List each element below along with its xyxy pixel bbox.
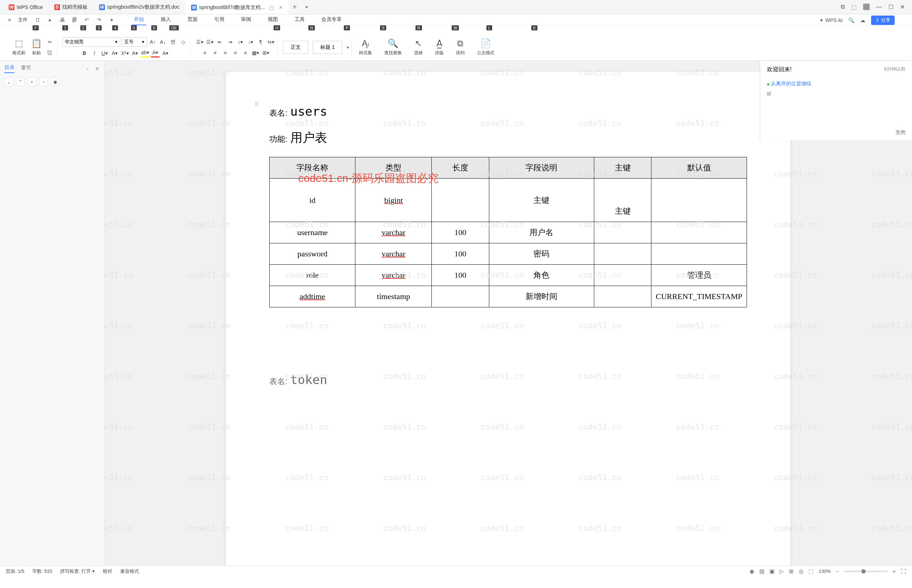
app-tab-wps[interactable]: W WPS Office	[3, 0, 49, 14]
align-right-icon[interactable]: ≡	[221, 48, 230, 57]
shading-icon[interactable]: ▦▾	[251, 48, 260, 57]
ribbon-tab-page[interactable]: 页面	[182, 14, 202, 25]
side-tab-outline[interactable]: 目录	[4, 65, 15, 73]
welcome-close-button[interactable]: 关闭	[895, 129, 906, 136]
underline-icon[interactable]: U▾	[100, 49, 109, 58]
align-center-icon[interactable]: ≡	[211, 48, 219, 57]
zoom-in-icon[interactable]: +	[893, 568, 896, 574]
collapse-up-button[interactable]: ⌃	[16, 78, 24, 86]
fullscreen-icon[interactable]: ⛶	[901, 568, 906, 574]
add-tab-button[interactable]: +	[288, 3, 301, 11]
add-item-button[interactable]: +	[28, 78, 36, 86]
app-tab-doc1[interactable]: W springbootf8m2v数据库文档.doc	[93, 0, 185, 14]
ribbon-tab-member[interactable]: 会员专享	[316, 14, 347, 25]
print-preview-icon[interactable]: 🗐	[71, 17, 78, 23]
highlight-icon[interactable]: ab▾	[141, 49, 149, 58]
tab-icon[interactable]: ⇆▾	[266, 37, 275, 46]
remove-item-button[interactable]: −	[39, 78, 48, 86]
ribbon-tab-tool[interactable]: 工具	[290, 14, 310, 25]
select-button[interactable]: ↖选择	[412, 37, 425, 58]
close-icon[interactable]: ×	[279, 4, 282, 11]
cube-icon[interactable]: ⬚	[851, 3, 857, 10]
close-panel-icon[interactable]: ✕	[95, 66, 99, 72]
side-tab-chapter[interactable]: 章节	[21, 65, 31, 73]
style-h1-button[interactable]: 标题 1	[313, 41, 342, 54]
ribbon-tab-start[interactable]: 开始	[129, 14, 149, 25]
strike-icon[interactable]: A▾	[110, 49, 119, 58]
ribbon-tab-review[interactable]: 审阅	[236, 14, 256, 25]
superscript-icon[interactable]: X²▾	[120, 49, 129, 58]
wps-ai-button[interactable]: ✦ WPS AI	[820, 17, 842, 23]
share-button[interactable]: ⇪ 分享	[871, 16, 895, 25]
nav-icon[interactable]: ◎	[799, 568, 803, 575]
font-grow-icon[interactable]: A↑	[148, 37, 157, 46]
avatar-icon[interactable]	[863, 3, 870, 10]
resume-link[interactable]: 从离开的位置继续	[767, 81, 906, 87]
screen-icon[interactable]: ⬚	[808, 568, 813, 575]
copy-icon[interactable]: ⿻	[45, 48, 54, 57]
eye-icon[interactable]: ◉	[750, 568, 754, 575]
font-color-icon[interactable]: A▾	[151, 49, 160, 58]
multi-window-icon[interactable]: ⧉	[841, 3, 845, 10]
style-text-button[interactable]: 正文	[283, 41, 308, 54]
zoom-slider[interactable]	[844, 571, 888, 572]
indent-icon[interactable]: ⇥	[226, 37, 235, 46]
style-set-button[interactable]: Ąᵢ样式集	[357, 37, 374, 58]
number-list-icon[interactable]: ☰▾	[206, 37, 214, 46]
status-page[interactable]: 页面: 1/5	[6, 568, 24, 575]
font-shrink-icon[interactable]: A↓	[159, 37, 167, 46]
arrange-button[interactable]: ⧉排列	[454, 37, 467, 58]
page-view-icon[interactable]: ▤	[759, 568, 765, 575]
search-icon[interactable]: 🔍	[848, 17, 854, 23]
paste-button[interactable]: 📋 粘贴	[29, 37, 44, 58]
char-border-icon[interactable]: A▾	[161, 49, 170, 58]
read-view-icon[interactable]: ▣	[769, 568, 774, 575]
sort-icon[interactable]: ↓▾	[246, 37, 255, 46]
eye-button[interactable]: ◉	[51, 78, 59, 86]
cut-icon[interactable]: ✂	[45, 37, 54, 46]
arrow-icon[interactable]: ▸	[46, 17, 53, 23]
app-tab-template[interactable]: D 找稻壳模板	[49, 0, 93, 14]
zoom-out-icon[interactable]: −	[836, 568, 839, 574]
close-window-icon[interactable]: ✕	[900, 3, 905, 10]
layout-button[interactable]: A̲排版	[433, 37, 446, 58]
collapse-down-button[interactable]: ⌄	[4, 78, 13, 86]
status-spellcheck[interactable]: 拼写检查: 打开 ▾	[60, 568, 95, 575]
save-icon[interactable]: 🖶	[58, 17, 66, 23]
border-icon[interactable]: ⊞▾	[261, 48, 270, 57]
file-menu-button[interactable]: 文件	[15, 16, 31, 24]
font-size-select[interactable]: 五号 ▾	[121, 37, 147, 47]
more-icon[interactable]: ▾	[108, 17, 115, 23]
menu-icon[interactable]: ≡	[6, 17, 13, 23]
chevron-right-icon[interactable]: ›	[87, 66, 89, 72]
find-replace-button[interactable]: 🔍查找替换	[382, 37, 404, 58]
redo-icon[interactable]: ↷	[96, 17, 103, 23]
font-family-select[interactable]: 华文细黑 ▾	[62, 37, 120, 47]
paper-mode-button[interactable]: 📄公文模式	[475, 37, 497, 58]
cloud-icon[interactable]: ☁	[860, 17, 865, 23]
ribbon-tab-view[interactable]: 视图	[263, 14, 283, 25]
ribbon-tab-insert[interactable]: 插入	[156, 14, 176, 25]
line-spacing-icon[interactable]: ↕▾	[236, 37, 245, 46]
outdent-icon[interactable]: ⇤	[216, 37, 224, 46]
show-marks-icon[interactable]: ¶	[256, 37, 265, 46]
undo-icon[interactable]: ↶	[83, 17, 91, 23]
phonetic-icon[interactable]: 변	[168, 37, 177, 46]
status-proof[interactable]: 校对	[103, 568, 112, 575]
align-distribute-icon[interactable]: ≡	[241, 48, 250, 57]
tab-menu-button[interactable]: ▾	[301, 4, 312, 10]
minimize-icon[interactable]: —	[876, 3, 882, 10]
play-icon[interactable]: ▷	[779, 568, 784, 575]
zoom-value[interactable]: 130%	[819, 569, 831, 574]
text-effect-icon[interactable]: A▾	[131, 49, 139, 58]
bold-icon[interactable]: B	[80, 49, 89, 58]
maximize-icon[interactable]: ☐	[888, 3, 894, 10]
new-icon[interactable]: 🗋	[34, 17, 41, 23]
format-painter-button[interactable]: ⬚ 格式刷	[10, 37, 28, 58]
grid-icon[interactable]: ⊞	[789, 568, 794, 575]
drag-handle-icon[interactable]: ⠿	[255, 101, 258, 107]
app-tab-doc2[interactable]: W springboot6bf7d数据库文档... ▢ ×	[185, 0, 288, 14]
ribbon-tab-ref[interactable]: 引用	[209, 14, 230, 25]
bullet-list-icon[interactable]: ☰▾	[196, 37, 204, 46]
align-justify-icon[interactable]: ≡	[231, 48, 240, 57]
